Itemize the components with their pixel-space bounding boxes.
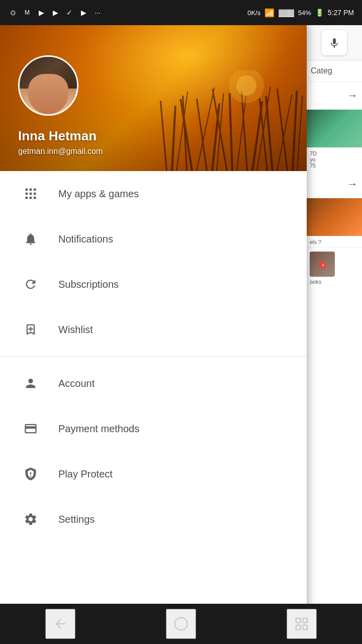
svg-rect-18 (251, 101, 263, 171)
gmail-icon: M (22, 8, 32, 18)
search-bar-partial (307, 25, 362, 60)
menu-item-play-protect[interactable]: Play Protect (0, 451, 307, 497)
menu-section: My apps & games Notifications Subscripti… (0, 171, 307, 644)
status-bar-right: 0K/s 📶 ▓▓▓ 54% 🔋 5:27 PM (247, 8, 354, 18)
shield-icon (18, 461, 43, 487)
navigation-drawer: Inna Hetman getman.inn@gmail.com My apps… (0, 25, 307, 644)
subscriptions-label: Subscriptions (58, 279, 119, 290)
svg-rect-17 (229, 93, 233, 171)
menu-item-payment[interactable]: Payment methods (0, 406, 307, 451)
game-thumbnail-2 (307, 198, 362, 236)
gear-icon (18, 507, 43, 532)
more-icon: ··· (93, 8, 103, 18)
menu-item-wishlist[interactable]: Wishlist (0, 307, 307, 352)
svg-rect-25 (303, 618, 308, 623)
network-speed: 0K/s (247, 9, 260, 17)
svg-rect-26 (296, 625, 301, 630)
menu-divider (0, 356, 307, 357)
battery-text: 54% (298, 9, 311, 17)
avatar[interactable] (18, 55, 78, 116)
recents-button[interactable] (287, 609, 317, 639)
svg-rect-27 (303, 625, 308, 630)
battery-icon: 🔋 (315, 9, 324, 17)
grid-icon (18, 181, 43, 206)
youtube-icon2: ▶ (50, 8, 60, 18)
game-text-partial: 7Dyo75 (307, 148, 362, 171)
clock: 5:27 PM (328, 9, 354, 17)
person-icon (18, 371, 43, 396)
arrow-right-1: → (307, 82, 362, 110)
svg-rect-20 (292, 91, 298, 171)
svg-point-22 (236, 75, 256, 96)
check-icon: ✓ (64, 8, 74, 18)
category-label-partial: Categ (307, 60, 362, 82)
game-thumbnail-1 (307, 110, 362, 147)
svg-rect-13 (297, 96, 303, 171)
profile-email: getman.inn@gmail.com (18, 147, 103, 156)
wifi-icon: 📶 (264, 8, 275, 18)
svg-rect-24 (296, 618, 301, 623)
settings-label: Settings (58, 514, 95, 525)
signal-icon: ▓▓▓ (279, 9, 294, 17)
svg-rect-14 (171, 106, 176, 171)
svg-point-23 (175, 618, 188, 630)
menu-item-subscriptions[interactable]: Subscriptions (0, 262, 307, 307)
menu-item-notifications[interactable]: Notifications (0, 216, 307, 262)
home-button[interactable] (166, 609, 196, 639)
navigation-bar (0, 604, 362, 644)
notifications-label: Notifications (58, 233, 113, 245)
youtube-icon: ▶ (36, 8, 46, 18)
profile-name: Inna Hetman (18, 128, 103, 144)
profile-info: Inna Hetman getman.inn@gmail.com (18, 128, 103, 156)
my-apps-label: My apps & games (58, 188, 139, 200)
youtube-icon3: ▶ (78, 8, 88, 18)
profile-header[interactable]: Inna Hetman getman.inn@gmail.com (0, 25, 307, 171)
arrow-right-2: → (307, 171, 362, 198)
play-protect-label: Play Protect (58, 468, 113, 480)
right-panel: Categ → 7Dyo75 → els ? 🔖 ooks (307, 25, 362, 644)
menu-item-settings[interactable]: Settings (0, 497, 307, 542)
mic-icon (322, 30, 347, 55)
status-bar-left: ⊙ M ▶ ▶ ✓ ▶ ··· (8, 8, 103, 18)
svg-rect-4 (196, 99, 208, 171)
wishlist-label: Wishlist (58, 324, 93, 336)
payment-label: Payment methods (58, 423, 139, 435)
account-label: Account (58, 378, 95, 389)
menu-item-account[interactable]: Account (0, 361, 307, 406)
card-icon (18, 416, 43, 441)
avatar-image (20, 57, 77, 114)
svg-rect-0 (160, 101, 167, 171)
bell-icon (18, 226, 43, 252)
target-icon: ⊙ (8, 8, 18, 18)
refresh-icon (18, 272, 43, 297)
grass-silhouette-decoration (156, 70, 307, 171)
levels-text: els ? (307, 237, 362, 247)
bookmark-icon (18, 317, 43, 342)
svg-rect-16 (211, 104, 220, 171)
svg-rect-12 (277, 89, 288, 171)
back-button[interactable] (45, 609, 75, 639)
menu-item-my-apps[interactable]: My apps & games (0, 171, 307, 216)
status-bar: ⊙ M ▶ ▶ ✓ ▶ ··· 0K/s 📶 ▓▓▓ 54% 🔋 5:27 PM (0, 0, 362, 25)
books-partial: 🔖 ooks (307, 247, 362, 289)
